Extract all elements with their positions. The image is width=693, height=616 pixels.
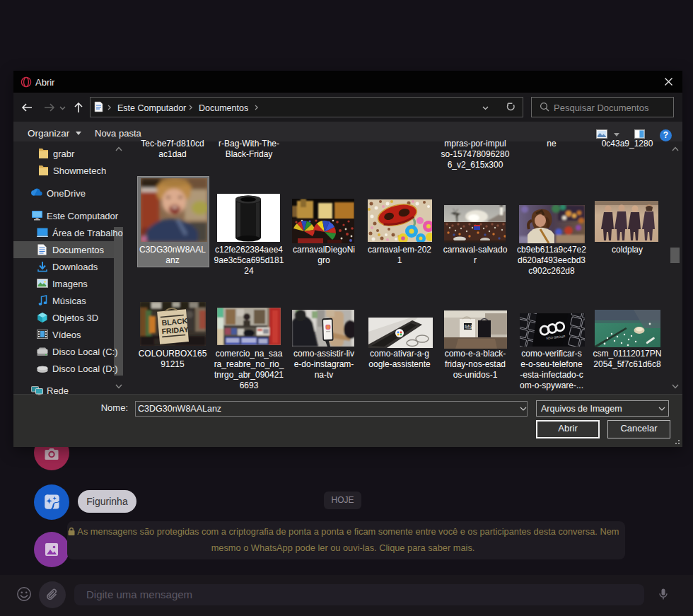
svg-text:FRIDAY: FRIDAY (465, 327, 474, 330)
